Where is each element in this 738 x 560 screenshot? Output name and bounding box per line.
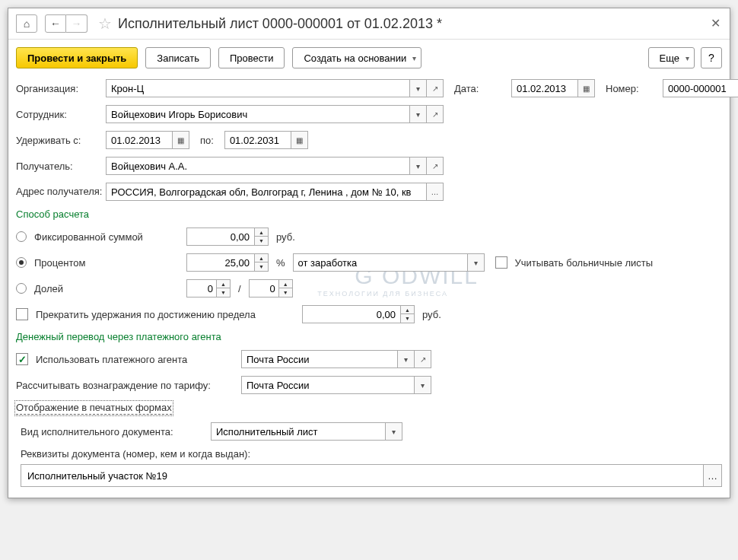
tariff-label: Рассчитывать вознаграждение по тарифу: bbox=[16, 380, 241, 391]
rub-label: руб. bbox=[276, 231, 295, 243]
home-button[interactable]: ⌂ bbox=[16, 14, 37, 33]
help-button[interactable]: ? bbox=[701, 47, 722, 68]
org-label: Организация: bbox=[16, 83, 106, 94]
ellipsis-icon[interactable]: … bbox=[427, 183, 444, 201]
pct-label: % bbox=[276, 257, 285, 269]
stop-limit-label: Прекратить удержания по достижению преде… bbox=[36, 309, 302, 320]
details-label: Реквизиты документа (номер, кем и когда … bbox=[21, 448, 250, 460]
print-section-link[interactable]: Отображение в печатных формах bbox=[16, 402, 172, 415]
more-button[interactable]: Еще bbox=[648, 47, 695, 68]
org-input[interactable] bbox=[106, 79, 410, 97]
ellipsis-icon[interactable]: … bbox=[704, 464, 722, 487]
spin-down-icon[interactable]: ▼ bbox=[279, 288, 293, 298]
spin-down-icon[interactable]: ▼ bbox=[217, 288, 231, 298]
spin-up-icon[interactable]: ▲ bbox=[279, 279, 293, 288]
tariff-input[interactable] bbox=[241, 376, 415, 394]
date-label: Дата: bbox=[454, 83, 511, 94]
dropdown-icon[interactable]: ▾ bbox=[410, 79, 427, 97]
spin-down-icon[interactable]: ▼ bbox=[255, 262, 269, 272]
withhold-from-input[interactable] bbox=[106, 131, 173, 149]
number-label: Номер: bbox=[606, 83, 663, 94]
back-button[interactable]: ← bbox=[45, 14, 66, 33]
use-agent-checkbox[interactable] bbox=[16, 353, 28, 365]
number-input[interactable] bbox=[663, 79, 738, 97]
radio-fraction-label: Долей bbox=[34, 283, 186, 294]
sick-leave-checkbox[interactable] bbox=[495, 256, 507, 269]
spin-up-icon[interactable]: ▲ bbox=[401, 305, 415, 314]
transfer-section-title: Денежный перевод через платежного агента bbox=[16, 331, 722, 342]
slash: / bbox=[238, 283, 241, 294]
dropdown-icon[interactable]: ▾ bbox=[468, 253, 485, 272]
spin-up-icon[interactable]: ▲ bbox=[217, 279, 231, 288]
base-input[interactable] bbox=[293, 253, 468, 272]
to-label: по: bbox=[200, 135, 214, 146]
radio-fixed[interactable] bbox=[16, 231, 27, 242]
submit-close-button[interactable]: Провести и закрыть bbox=[16, 47, 138, 68]
forward-button: → bbox=[66, 14, 87, 33]
fixed-amount-input[interactable] bbox=[186, 228, 255, 246]
use-agent-label: Использовать платежного агента bbox=[36, 354, 241, 365]
spin-down-icon[interactable]: ▼ bbox=[401, 314, 415, 323]
dropdown-icon[interactable]: ▾ bbox=[398, 350, 415, 368]
radio-fraction[interactable] bbox=[16, 283, 27, 294]
employee-input[interactable] bbox=[106, 105, 410, 123]
agent-input[interactable] bbox=[241, 350, 398, 368]
spin-up-icon[interactable]: ▲ bbox=[255, 228, 269, 237]
create-based-button[interactable]: Создать на основании bbox=[292, 47, 421, 68]
recipient-label: Получатель: bbox=[16, 161, 106, 172]
address-input[interactable] bbox=[106, 183, 427, 201]
open-icon[interactable]: ↗ bbox=[427, 79, 444, 97]
sick-leave-label: Учитывать больничные листы bbox=[515, 257, 654, 269]
calendar-icon[interactable]: ▦ bbox=[291, 131, 308, 149]
radio-percent[interactable] bbox=[16, 257, 27, 268]
window-title: Исполнительный лист 0000-000001 от 01.02… bbox=[118, 16, 442, 32]
recipient-input[interactable] bbox=[106, 157, 410, 175]
radio-percent-label: Процентом bbox=[34, 257, 186, 269]
dropdown-icon[interactable]: ▾ bbox=[386, 422, 402, 441]
dropdown-icon[interactable]: ▾ bbox=[410, 105, 427, 123]
calc-section-title: Способ расчета bbox=[16, 208, 722, 220]
close-icon[interactable]: ✕ bbox=[711, 16, 721, 30]
open-icon[interactable]: ↗ bbox=[415, 350, 431, 368]
open-icon[interactable]: ↗ bbox=[427, 105, 444, 123]
details-input[interactable] bbox=[21, 464, 704, 487]
dropdown-icon[interactable]: ▾ bbox=[415, 376, 431, 394]
open-icon[interactable]: ↗ bbox=[427, 157, 444, 175]
frac-num-input[interactable] bbox=[186, 279, 217, 298]
spin-up-icon[interactable]: ▲ bbox=[255, 253, 269, 262]
employee-label: Сотрудник: bbox=[16, 109, 106, 120]
address-label: Адрес получателя: bbox=[16, 186, 106, 199]
percent-input[interactable] bbox=[186, 253, 255, 272]
frac-den-input[interactable] bbox=[249, 279, 279, 298]
calendar-icon[interactable]: ▦ bbox=[173, 131, 189, 149]
rub-label2: руб. bbox=[422, 309, 441, 320]
spin-down-icon[interactable]: ▼ bbox=[255, 237, 269, 246]
limit-input[interactable] bbox=[302, 305, 401, 323]
date-input[interactable] bbox=[511, 79, 578, 97]
calendar-icon[interactable]: ▦ bbox=[578, 79, 595, 97]
stop-limit-checkbox[interactable] bbox=[16, 308, 28, 320]
submit-button[interactable]: Провести bbox=[218, 47, 285, 68]
save-button[interactable]: Записать bbox=[145, 47, 211, 68]
doc-type-label: Вид исполнительного документа: bbox=[21, 426, 211, 438]
doc-type-input[interactable] bbox=[211, 422, 386, 441]
favorite-icon[interactable]: ☆ bbox=[98, 14, 112, 33]
dropdown-icon[interactable]: ▾ bbox=[410, 157, 427, 175]
radio-fixed-label: Фиксированной суммой bbox=[34, 231, 186, 243]
withhold-to-input[interactable] bbox=[224, 131, 291, 149]
withhold-from-label: Удерживать с: bbox=[16, 135, 106, 146]
